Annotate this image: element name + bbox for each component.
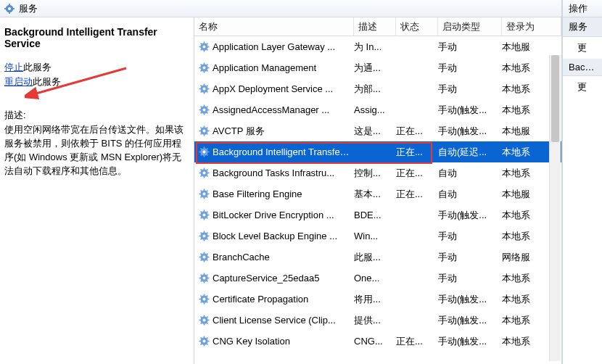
services-rows[interactable]: Application Layer Gateway ...为 In...手动本地…: [194, 36, 561, 364]
svg-line-55: [207, 128, 208, 129]
stop-service-suffix: 此服务: [23, 62, 51, 73]
svg-point-7: [203, 46, 206, 49]
svg-line-22: [201, 65, 202, 66]
stop-service-link[interactable]: 停止: [4, 62, 23, 73]
svg-point-27: [203, 88, 206, 91]
svg-line-35: [207, 86, 208, 87]
service-startup: 自动: [438, 167, 502, 180]
service-row[interactable]: AVCTP 服务这是...正在...手动(触发...本地服: [194, 120, 561, 141]
svg-point-97: [203, 235, 206, 238]
svg-line-15: [207, 44, 208, 45]
svg-line-72: [201, 170, 202, 171]
svg-point-1: [8, 7, 11, 9]
restart-service-suffix: 此服务: [33, 76, 61, 87]
service-startup: 手动(触发...: [438, 293, 502, 306]
svg-line-62: [201, 149, 202, 150]
service-gear-icon: [199, 273, 210, 284]
service-row[interactable]: CNG Key IsolationCNG...正在...手动(触发...本地系: [194, 331, 561, 352]
service-row[interactable]: Background Intelligent Transfer Service正…: [194, 141, 561, 162]
service-name: Certificate Propagation: [213, 294, 308, 305]
service-name: AVCTP 服务: [213, 125, 265, 138]
service-startup: 手动(触发...: [438, 125, 502, 138]
svg-line-33: [207, 91, 208, 93]
service-name: CNG Key Isolation: [213, 336, 290, 347]
svg-point-107: [203, 256, 206, 259]
svg-line-52: [201, 128, 202, 129]
service-name: CaptureService_25edaa5: [213, 273, 319, 284]
selected-service-name: Background Intelligent Transfer Service: [4, 26, 186, 49]
svg-line-93: [207, 218, 208, 219]
svg-line-42: [201, 107, 202, 108]
service-row[interactable]: Block Level Backup Engine ...Win...手动本地系: [194, 226, 561, 247]
service-row[interactable]: BitLocker Drive Encryption ...BDE...手动(触…: [194, 204, 561, 226]
svg-line-92: [201, 212, 202, 213]
service-gear-icon: [199, 104, 210, 115]
actions-group-selected: Backgr: [563, 59, 602, 76]
service-row[interactable]: Client License Service (Clip...提供...手动(触…: [194, 310, 561, 331]
service-row[interactable]: Application Management为通...手动本地系: [194, 57, 561, 78]
service-startup: 手动: [438, 251, 502, 264]
svg-point-147: [203, 340, 206, 343]
svg-line-132: [201, 296, 202, 297]
service-startup: 手动: [438, 272, 502, 285]
service-desc: BDE...: [354, 210, 396, 220]
service-gear-icon: [199, 62, 210, 73]
svg-line-95: [207, 212, 208, 213]
service-name: Base Filtering Engine: [213, 189, 302, 199]
svg-line-25: [207, 65, 208, 66]
column-headers: 名称 描述 状态 启动类型 登录为: [194, 17, 561, 36]
svg-line-94: [201, 218, 202, 219]
svg-line-24: [201, 70, 202, 72]
service-row[interactable]: AppX Deployment Service ...为部...手动本地系: [194, 78, 561, 99]
service-gear-icon: [199, 315, 210, 326]
col-start[interactable]: 启动类型: [438, 17, 502, 36]
col-logon[interactable]: 登录为: [502, 17, 561, 36]
svg-line-45: [207, 107, 208, 108]
svg-line-135: [207, 296, 208, 297]
service-gear-icon: [199, 41, 210, 52]
service-row[interactable]: Certificate Propagation将用...手动(触发...本地系: [194, 289, 561, 310]
svg-line-104: [201, 239, 202, 240]
svg-line-82: [201, 191, 202, 192]
service-row[interactable]: BranchCache此服...手动网络服: [194, 247, 561, 268]
service-row[interactable]: Background Tasks Infrastru...控制...正在...自…: [194, 162, 561, 183]
service-desc: 为通...: [354, 62, 396, 75]
service-row[interactable]: AssignedAccessManager ...Assig...手动(触发..…: [194, 99, 561, 120]
service-row[interactable]: CaptureService_25edaa5One...手动本地系: [194, 268, 561, 289]
service-status: 正在...: [396, 125, 438, 138]
service-desc: 控制...: [354, 167, 396, 180]
svg-line-134: [201, 302, 202, 303]
restart-service-link[interactable]: 重启动: [4, 76, 33, 87]
service-gear-icon: [199, 231, 210, 241]
service-row[interactable]: Base Filtering Engine基本...正在...自动本地服: [194, 183, 561, 204]
svg-line-105: [207, 233, 208, 234]
col-status[interactable]: 状态: [396, 17, 438, 36]
svg-line-75: [207, 170, 208, 171]
svg-point-17: [203, 67, 206, 70]
service-name: Application Management: [213, 62, 316, 73]
service-name: Background Intelligent Transfer Service: [213, 146, 350, 157]
service-row[interactable]: Application Layer Gateway ...为 In...手动本地…: [194, 36, 561, 57]
svg-point-87: [203, 214, 206, 217]
actions-more-2[interactable]: 更: [563, 76, 602, 98]
svg-point-117: [203, 277, 206, 280]
service-desc: 为 In...: [354, 41, 396, 54]
service-gear-icon: [199, 83, 210, 94]
service-name: Application Layer Gateway ...: [213, 41, 335, 52]
svg-line-14: [201, 49, 202, 51]
actions-group-services: 服务: [563, 17, 602, 37]
svg-line-103: [207, 239, 208, 240]
scrollbar-thumb[interactable]: [551, 55, 559, 142]
service-startup: 手动: [438, 230, 502, 243]
services-center-pane: 服务 Background Intelligent Transfer Servi…: [0, 0, 562, 364]
actions-pane: 操作 服务 更 Backgr 更: [562, 0, 602, 364]
service-startup: 手动(触发...: [438, 104, 502, 117]
svg-line-23: [207, 70, 208, 72]
service-startup: 手动(触发...: [438, 209, 502, 222]
col-desc[interactable]: 描述: [354, 17, 396, 36]
col-name[interactable]: 名称: [194, 17, 354, 36]
stop-service-line: 停止此服务: [4, 61, 186, 74]
service-gear-icon: [199, 252, 210, 262]
actions-more-1[interactable]: 更: [563, 37, 602, 59]
vertical-scrollbar[interactable]: [549, 55, 561, 361]
